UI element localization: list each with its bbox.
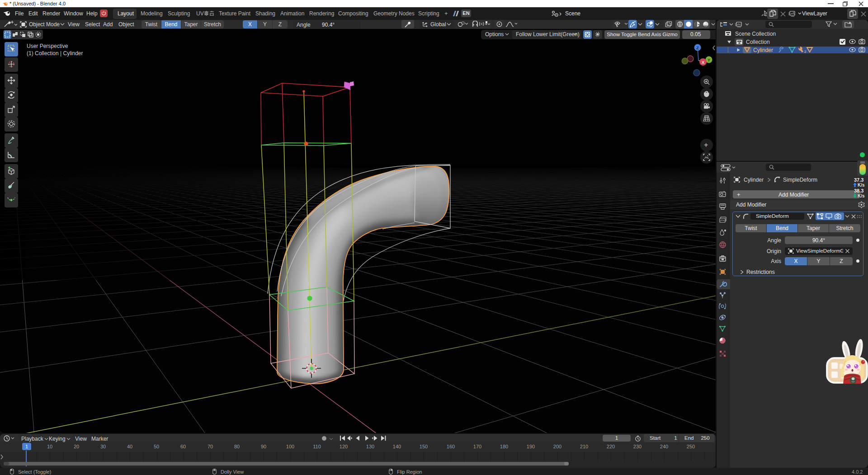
svg-text:Z: Z xyxy=(696,46,699,50)
svg-text:Y: Y xyxy=(708,58,710,62)
svg-text:2: 2 xyxy=(804,50,807,53)
svg-text:X: X xyxy=(702,60,704,65)
